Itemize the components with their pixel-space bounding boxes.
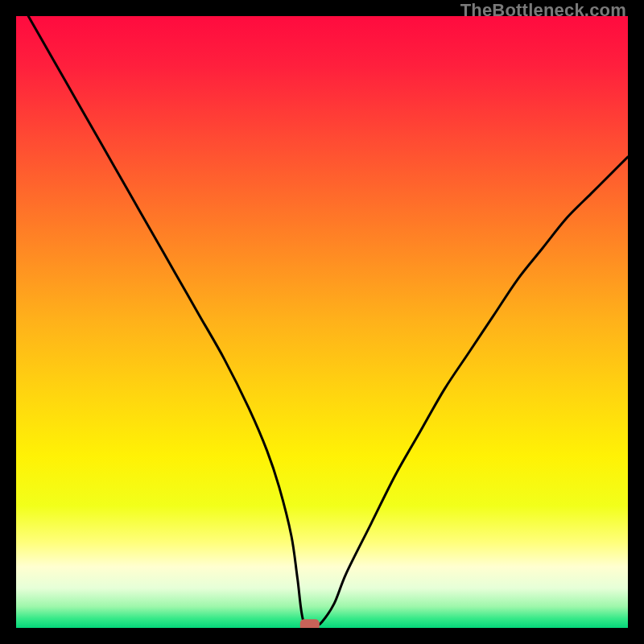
plot-area [16,16,628,628]
chart-svg [16,16,628,628]
minimum-marker [300,619,320,628]
gradient-background [16,16,628,628]
chart-frame: TheBottleneck.com [0,0,644,644]
